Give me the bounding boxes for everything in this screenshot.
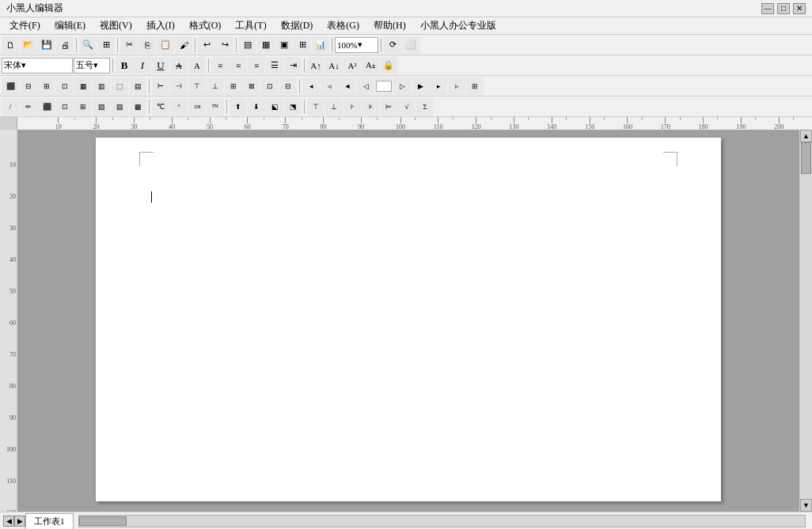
subscript-button[interactable]: A₂	[362, 57, 379, 74]
open-button[interactable]: 📂	[20, 36, 37, 54]
minimize-button[interactable]: —	[761, 3, 774, 14]
menu-data[interactable]: 数据(D)	[275, 17, 320, 34]
tb4-btn22[interactable]: √	[398, 98, 415, 115]
tb4-btn17[interactable]: ⊤	[307, 98, 324, 115]
align-center-button[interactable]: ≡	[230, 57, 247, 74]
strikethrough-button[interactable]: A	[170, 57, 188, 74]
tb4-btn4[interactable]: ⊡	[56, 98, 74, 115]
menu-view[interactable]: 视图(V)	[93, 17, 138, 34]
tb4-btn16[interactable]: ⬔	[284, 98, 302, 115]
align-right-button[interactable]: ≡	[248, 57, 265, 74]
tb4-btn23[interactable]: Σ	[416, 98, 434, 115]
tb3-btn19[interactable]: ◄	[339, 77, 356, 95]
menu-edit[interactable]: 编辑(E)	[48, 17, 92, 34]
hscroll-thumb[interactable]	[79, 516, 127, 526]
tb3-btn13[interactable]: ⊞	[225, 77, 242, 95]
menu-pro[interactable]: 小黑人办公专业版	[414, 17, 503, 34]
tb4-btn7[interactable]: ▨	[111, 98, 128, 115]
tb3-btn1[interactable]: ⬛	[2, 77, 19, 95]
scroll-thumb[interactable]	[801, 142, 811, 174]
refresh-btn[interactable]: ⟳	[384, 36, 401, 54]
tb3-btn22[interactable]: ▷	[393, 77, 411, 95]
menu-help[interactable]: 帮助(H)	[367, 17, 412, 34]
scroll-track[interactable]	[800, 142, 812, 499]
tb3-btn2[interactable]: ⊟	[20, 77, 37, 95]
paste-button[interactable]: 📋	[157, 36, 174, 54]
tb4-btn12[interactable]: ™	[207, 98, 224, 115]
copy-button[interactable]: ⎘	[138, 36, 156, 54]
align-right-btn[interactable]: ▣	[275, 36, 293, 54]
menu-tools[interactable]: 工具(T)	[229, 17, 272, 34]
tb3-btn16[interactable]: ⊟	[279, 77, 297, 95]
page-content[interactable]	[96, 138, 721, 486]
align-left-btn[interactable]: ▤	[239, 36, 256, 54]
tb4-btn3[interactable]: ⬛	[38, 98, 55, 115]
tb3-btn25[interactable]: ▹	[448, 77, 465, 95]
lock-button[interactable]: 🔒	[380, 57, 397, 74]
tb3-btn20[interactable]: ◁	[357, 77, 374, 95]
save-button[interactable]: 💾	[38, 36, 55, 54]
sheet-tab-1[interactable]: 工作表1	[25, 513, 74, 529]
new-button[interactable]: 🗋	[2, 36, 19, 54]
bold-button[interactable]: B	[116, 57, 133, 74]
tb4-btn6[interactable]: ▧	[93, 98, 110, 115]
tb3-btn3[interactable]: ⊞	[38, 77, 55, 95]
menu-format[interactable]: 格式(O)	[183, 17, 228, 34]
tb3-btn5[interactable]: ▦	[74, 77, 92, 95]
tb4-btn10[interactable]: °	[170, 98, 188, 115]
tb4-btn20[interactable]: ⊧	[362, 98, 379, 115]
sheet-nav-prev[interactable]: ◀	[3, 516, 14, 527]
chart-btn[interactable]: 📊	[312, 36, 329, 54]
horizontal-scrollbar[interactable]	[78, 515, 806, 527]
tb4-btn14[interactable]: ⬇	[248, 98, 265, 115]
document-area[interactable]	[17, 130, 799, 512]
tb3-btn6[interactable]: ▥	[93, 77, 110, 95]
close-button[interactable]: ✕	[793, 3, 806, 14]
tb4-btn19[interactable]: ⊦	[343, 98, 361, 115]
format-painter[interactable]: 🖌	[175, 36, 192, 54]
tb4-btn15[interactable]: ⬕	[266, 98, 283, 115]
tb3-btn18[interactable]: ◃	[321, 77, 338, 95]
indent-more-button[interactable]: ⇥	[284, 57, 302, 74]
tb4-btn8[interactable]: ▩	[129, 98, 146, 115]
find-button[interactable]: 🔍	[79, 36, 97, 54]
font-size-dropdown[interactable]: 五号 ▾	[74, 58, 110, 74]
tb4-btn11[interactable]: ㎝	[188, 98, 206, 115]
undo-button[interactable]: ↩	[198, 36, 215, 54]
print-button[interactable]: 🖨	[56, 36, 74, 54]
font-smaller-button[interactable]: A↓	[325, 57, 343, 74]
tb3-btn24[interactable]: ▸	[430, 77, 447, 95]
tb3-btn8[interactable]: ▤	[129, 77, 146, 95]
tb3-btn10[interactable]: ⊣	[170, 77, 188, 95]
sheet-nav-next[interactable]: ▶	[14, 516, 25, 527]
tb4-btn21[interactable]: ⊨	[380, 98, 397, 115]
zoom-dropdown[interactable]: 100% ▾	[335, 37, 378, 53]
tb3-btn17[interactable]: ◂	[302, 77, 320, 95]
replace-button[interactable]: ⊞	[97, 36, 115, 54]
italic-button[interactable]: I	[134, 57, 151, 74]
cut-button[interactable]: ✂	[120, 36, 138, 54]
tb4-btn2[interactable]: ✏	[20, 98, 37, 115]
tb4-btn5[interactable]: ⊞	[74, 98, 92, 115]
superscript-button[interactable]: A²	[343, 57, 361, 74]
tb3-btn15[interactable]: ⊡	[261, 77, 279, 95]
tb3-btn11[interactable]: ⊤	[188, 77, 206, 95]
menu-insert[interactable]: 插入(I)	[140, 17, 181, 34]
stop-btn[interactable]: ⬜	[402, 36, 419, 54]
tb3-btn21[interactable]	[375, 77, 393, 95]
vertical-scrollbar[interactable]: ▲ ▼	[799, 130, 812, 512]
align-center-btn[interactable]: ▦	[257, 36, 275, 54]
tb3-btn23[interactable]: ▶	[412, 77, 429, 95]
tb3-btn7[interactable]: ⬚	[111, 77, 128, 95]
menu-table[interactable]: 表格(G)	[321, 17, 366, 34]
align-left-button[interactable]: ≡	[211, 57, 229, 74]
tb3-btn26[interactable]: ⊞	[466, 77, 484, 95]
scroll-up-button[interactable]: ▲	[800, 130, 812, 142]
tb3-btn12[interactable]: ⊥	[207, 77, 224, 95]
font-larger-button[interactable]: A↑	[307, 57, 324, 74]
tb3-btn14[interactable]: ⊠	[243, 77, 260, 95]
underline-button[interactable]: U	[152, 57, 169, 74]
tb4-btn1[interactable]: /	[2, 98, 19, 115]
justify-button[interactable]: ☰	[266, 57, 283, 74]
redo-button[interactable]: ↪	[216, 36, 233, 54]
